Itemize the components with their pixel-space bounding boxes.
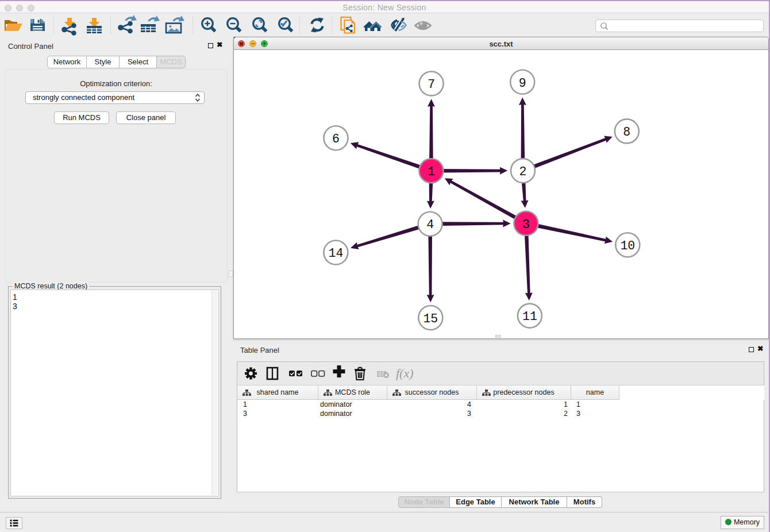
svg-text:11: 11 <box>522 310 537 323</box>
svg-text:7: 7 <box>428 78 435 91</box>
svg-text:8: 8 <box>623 125 630 139</box>
svg-text:1: 1 <box>428 165 435 179</box>
svg-text:3: 3 <box>522 218 530 232</box>
svg-text:f(x): f(x) <box>396 366 414 380</box>
svg-text:6: 6 <box>332 132 340 146</box>
svg-text:15: 15 <box>423 312 438 326</box>
svg-text:4: 4 <box>426 218 434 232</box>
svg-text:2: 2 <box>519 165 527 179</box>
svg-text:14: 14 <box>328 246 343 260</box>
svg-text:9: 9 <box>519 76 526 90</box>
svg-text:10: 10 <box>620 239 635 253</box>
